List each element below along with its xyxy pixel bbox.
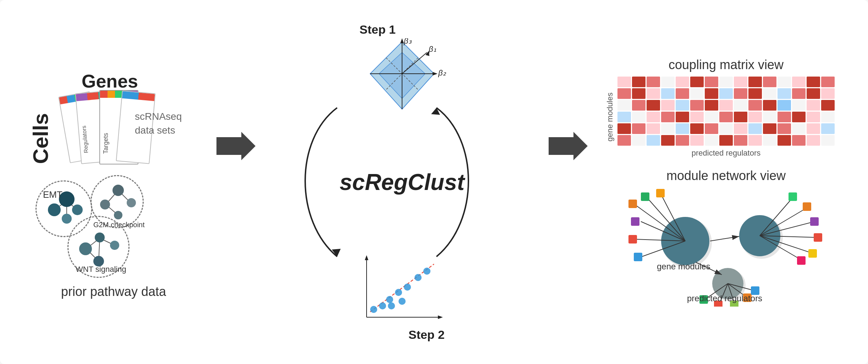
svg-rect-89 <box>803 202 811 211</box>
matrix-cell <box>676 123 689 134</box>
matrix-cell <box>807 112 820 122</box>
matrix-cell <box>647 135 660 146</box>
svg-text:β₃: β₃ <box>403 38 412 45</box>
matrix-cell <box>763 123 776 134</box>
step2-area: Step 2 <box>356 253 448 342</box>
svg-rect-84 <box>656 189 665 197</box>
matrix-cell <box>792 135 806 146</box>
svg-text:β₂: β₂ <box>438 68 446 77</box>
step1-diagram: β₃ β₂ β₁ <box>356 38 448 123</box>
matrix-cell <box>807 123 820 134</box>
matrix-cell <box>763 88 776 99</box>
matrix-cell <box>821 112 835 122</box>
matrix-cell <box>690 123 704 134</box>
matrix-cell <box>705 112 718 122</box>
matrix-cell <box>617 88 631 99</box>
matrix-cell <box>705 77 718 87</box>
svg-point-47 <box>386 296 393 303</box>
wnt-bubble: WNT signaling <box>67 216 130 278</box>
svg-point-11 <box>100 200 110 209</box>
step1-area: Step 1 β₃ <box>356 23 448 123</box>
svg-rect-88 <box>789 192 797 201</box>
svg-marker-22 <box>216 132 256 160</box>
matrix-cell <box>807 88 820 99</box>
matrix-cell <box>821 135 835 146</box>
svg-text:β₁: β₁ <box>428 45 436 54</box>
matrix-x-label: predicted regulators <box>617 149 835 158</box>
matrix-cell <box>748 100 762 111</box>
matrix-cell <box>676 112 689 122</box>
matrix-cell <box>719 88 733 99</box>
matrix-cell <box>748 135 762 146</box>
matrix-cell <box>661 77 675 87</box>
svg-marker-32 <box>433 72 438 75</box>
svg-point-45 <box>370 306 377 313</box>
matrix-cell <box>632 123 645 134</box>
matrix-grid <box>617 77 835 146</box>
svg-point-46 <box>379 302 386 309</box>
main-container: Genes Cells Regulators <box>0 0 868 364</box>
svg-marker-54 <box>549 132 588 160</box>
svg-rect-87 <box>634 253 642 261</box>
matrix-cell <box>676 88 689 99</box>
svg-rect-83 <box>641 192 649 201</box>
svg-rect-92 <box>808 249 817 258</box>
module-network-section: module network view <box>605 168 847 307</box>
matrix-cell <box>763 135 776 146</box>
matrix-cell <box>719 100 733 111</box>
matrix-cell <box>734 77 747 87</box>
matrix-cell <box>617 135 631 146</box>
svg-rect-86 <box>628 235 637 243</box>
svg-point-48 <box>395 289 402 296</box>
svg-marker-38 <box>332 249 341 257</box>
matrix-cell <box>617 123 631 134</box>
matrix-cell <box>705 135 718 146</box>
svg-rect-93 <box>797 256 806 265</box>
matrix-cell <box>719 77 733 87</box>
matrix-cell <box>632 88 645 99</box>
scregclust-label: scRegClust <box>340 169 465 195</box>
matrix-cell <box>647 112 660 122</box>
matrix-cell <box>778 135 791 146</box>
matrix-cell <box>748 77 762 87</box>
matrix-cell <box>647 88 660 99</box>
left-section: Genes Cells Regulators <box>21 71 206 294</box>
network-svg: gene modules predicted regulators <box>605 186 833 307</box>
matrix-cell <box>763 112 776 122</box>
matrix-cell <box>647 77 660 87</box>
matrix-cell <box>792 123 806 134</box>
wnt-label: WNT signaling <box>76 265 126 274</box>
matrix-cell <box>632 112 645 122</box>
svg-point-51 <box>423 268 430 275</box>
left-arrow <box>216 132 256 162</box>
svg-point-5 <box>72 205 83 215</box>
genes-label: Genes <box>82 71 138 92</box>
matrix-cell <box>661 123 675 134</box>
matrix-cell <box>807 135 820 146</box>
matrix-cell <box>705 100 718 111</box>
matrix-cell <box>778 112 791 122</box>
matrix-cell <box>821 100 835 111</box>
matrix-cell <box>617 112 631 122</box>
matrix-cell <box>734 135 747 146</box>
matrix-cell <box>676 100 689 111</box>
step1-label: Step 1 <box>359 23 396 37</box>
svg-rect-82 <box>628 200 637 208</box>
matrix-cell <box>661 88 675 99</box>
matrix-cell <box>821 77 835 87</box>
svg-rect-85 <box>631 217 639 226</box>
svg-text:predicted regulators: predicted regulators <box>687 293 762 303</box>
matrix-cell <box>719 112 733 122</box>
matrix-cell <box>763 100 776 111</box>
matrix-cell <box>734 112 747 122</box>
right-section: coupling matrix view gene modules predic… <box>605 57 847 307</box>
svg-point-53 <box>399 298 406 305</box>
svg-marker-30 <box>400 38 404 43</box>
matrix-cell <box>792 100 806 111</box>
matrix-cell <box>748 123 762 134</box>
matrix-cell <box>690 77 704 87</box>
matrix-cell <box>676 135 689 146</box>
matrix-cell <box>778 77 791 87</box>
svg-point-18 <box>95 233 105 242</box>
module-network-title: module network view <box>605 168 847 183</box>
